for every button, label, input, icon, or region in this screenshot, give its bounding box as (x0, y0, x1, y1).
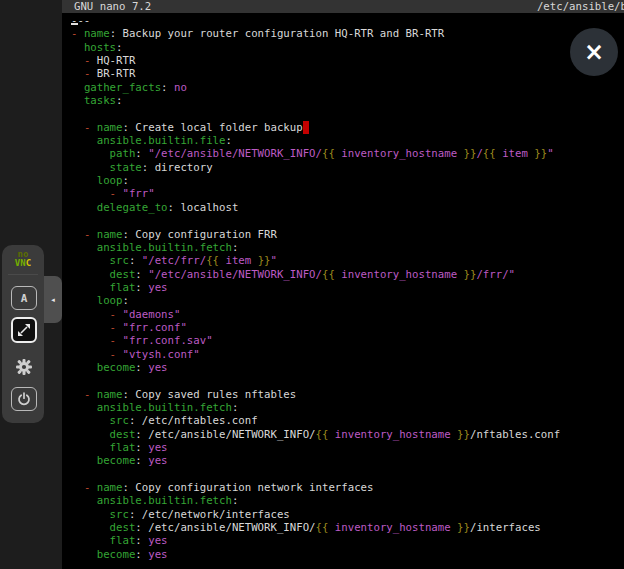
gear-icon (15, 358, 33, 376)
editor-line: flat: yes (71, 441, 624, 454)
vnc-bar-handle[interactable]: ◂ (44, 276, 62, 323)
editor-line: dest: "/etc/ansible/NETWORK_INFO/{{ inve… (71, 268, 624, 281)
editor-line: - name: Copy configuration FRR (71, 228, 624, 241)
editor-line: - name: Backup your router configuration… (71, 27, 624, 40)
keyboard-button[interactable]: A (11, 286, 37, 310)
editor-line: - "daemons" (71, 308, 624, 321)
editor-lines[interactable]: ---- name: Backup your router configurat… (62, 13, 624, 561)
close-button[interactable]: × (570, 28, 618, 76)
editor-line: ansible.builtin.fetch: (71, 401, 624, 414)
editor-line (71, 374, 624, 387)
novnc-logo-c: C (26, 258, 31, 268)
editor-line: src: /etc/nftables.conf (71, 414, 624, 427)
page: GNU nano 7.2 /etc/ansible/b ---- name: B… (0, 0, 624, 569)
editor-line: - "vtysh.conf" (71, 348, 624, 361)
editor-line: loop: (71, 174, 624, 187)
power-button[interactable] (11, 387, 37, 411)
settings-button[interactable] (11, 355, 37, 379)
editor-line: loop: (71, 294, 624, 307)
editor-line: src: /etc/network/interfaces (71, 508, 624, 521)
editor-line: --- (71, 14, 624, 27)
editor-line: - "frr" (71, 187, 624, 200)
collapse-arrow-icon: ◂ (51, 296, 55, 304)
editor-line: ansible.builtin.file: (71, 134, 624, 147)
editor-line: become: yes (71, 454, 624, 467)
editor-line: - name: Copy saved rules nftables (71, 388, 624, 401)
editor-line (71, 107, 624, 120)
fullscreen-icon (17, 323, 31, 337)
editor-line: become: yes (71, 548, 624, 561)
editor-line: ansible.builtin.fetch: (71, 241, 624, 254)
editor-line: become: yes (71, 361, 624, 374)
editor-line: - "frr.conf" (71, 321, 624, 334)
close-icon: × (584, 40, 604, 64)
editor-line: ansible.builtin.fetch: (71, 494, 624, 507)
editor-line: - name: Create local folder backup (71, 121, 624, 134)
editor-line: - BR-RTR (71, 67, 624, 80)
nano-filename-label: /etc/ansible/b (537, 0, 624, 13)
stray-underscore-mark (71, 23, 78, 25)
novnc-logo-vn: VN (15, 258, 26, 268)
nano-terminal[interactable]: GNU nano 7.2 /etc/ansible/b ---- name: B… (62, 0, 624, 569)
editor-line: - name: Copy configuration network inter… (71, 481, 624, 494)
novnc-logo: no VNC (2, 245, 44, 268)
vnc-control-bar: no VNC A (2, 245, 44, 423)
text-cursor (303, 121, 309, 134)
editor-line: gather_facts: no (71, 81, 624, 94)
editor-line: src: "/etc/frr/{{ item }}" (71, 254, 624, 267)
fullscreen-button[interactable] (11, 317, 37, 343)
editor-line: delegate_to: localhost (71, 201, 624, 214)
editor-line: path: "/etc/ansible/NETWORK_INFO/{{ inve… (71, 147, 624, 160)
vnc-bar-divider (8, 274, 38, 275)
editor-line: flat: yes (71, 281, 624, 294)
editor-line: state: directory (71, 161, 624, 174)
editor-line: - "frr.conf.sav" (71, 334, 624, 347)
keyboard-icon: A (21, 293, 28, 304)
editor-line: dest: /etc/ansible/NETWORK_INFO/{{ inven… (71, 521, 624, 534)
editor-line: hosts: (71, 41, 624, 54)
nano-titlebar: GNU nano 7.2 /etc/ansible/b (62, 0, 624, 13)
editor-line (71, 468, 624, 481)
nano-version-label: GNU nano 7.2 (62, 0, 151, 13)
editor-line: - HQ-RTR (71, 54, 624, 67)
power-icon (17, 392, 31, 406)
editor-line: tasks: (71, 94, 624, 107)
editor-line (71, 214, 624, 227)
editor-line: flat: yes (71, 534, 624, 547)
editor-line: dest: /etc/ansible/NETWORK_INFO/{{ inven… (71, 428, 624, 441)
